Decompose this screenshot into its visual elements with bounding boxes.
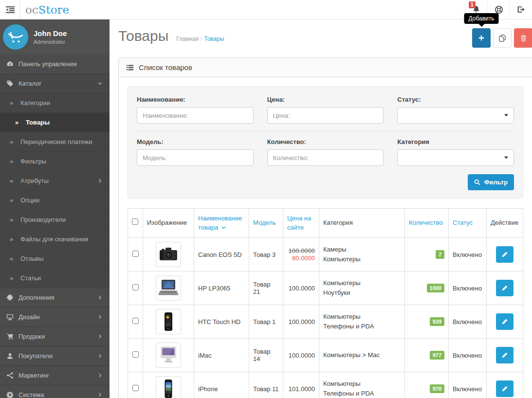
- chevron-down-icon: [221, 225, 226, 230]
- filter-name-input[interactable]: [137, 107, 254, 124]
- user-profile: John Doe Administrator: [0, 19, 110, 54]
- edit-product-button[interactable]: [496, 347, 514, 363]
- sidebar-item-recurring-payments[interactable]: »Периодические платежи: [0, 132, 110, 152]
- sidebar-item-dashboard[interactable]: Панель управления: [0, 54, 110, 74]
- chevron-right-icon: [97, 373, 103, 378]
- add-tooltip: Добавить: [464, 13, 498, 24]
- row-checkbox[interactable]: [132, 251, 139, 257]
- edit-product-button[interactable]: [496, 246, 514, 263]
- column-category: Категория: [319, 209, 405, 238]
- page-actions: Добавить: [472, 28, 532, 48]
- edit-product-button[interactable]: [496, 380, 514, 397]
- panel-heading: Список товаров: [119, 58, 532, 77]
- price: 100.0000: [289, 352, 315, 359]
- sidebar-item-sales[interactable]: Продажи: [0, 327, 110, 346]
- phone-htc-thumbnail: [156, 309, 181, 334]
- column-name-label: Наименование товара: [198, 215, 242, 231]
- profile-name: John Doe: [34, 29, 67, 38]
- column-quantity-sort[interactable]: Количество: [405, 209, 449, 238]
- monitor-icon: [6, 313, 14, 321]
- row-checkbox[interactable]: [132, 351, 139, 358]
- breadcrumb-current[interactable]: Товары: [204, 36, 224, 42]
- add-product-button[interactable]: [472, 28, 491, 48]
- sidebar-item-system[interactable]: Система: [0, 385, 110, 398]
- product-name: HTC Touch HD: [198, 318, 240, 326]
- table-header-row: Изображение Наименование товара Модель Ц…: [128, 209, 523, 238]
- page-header: Товары Главная/Товары Добавить: [118, 19, 532, 57]
- copy-product-button[interactable]: [493, 28, 512, 48]
- sidebar-item-attributes[interactable]: »Атрибуты: [0, 171, 110, 191]
- plus-icon: [478, 35, 485, 41]
- filter-quantity-input[interactable]: [267, 149, 384, 166]
- sidebar-item-marketing[interactable]: Маркетинг: [0, 366, 110, 385]
- share-icon: [6, 372, 14, 379]
- sidebar-item-label: Атрибуты: [20, 177, 49, 184]
- sidebar-item-articles[interactable]: »Статьи: [0, 269, 110, 288]
- sidebar-item-catalog[interactable]: Каталог: [0, 74, 110, 93]
- filter-category-select[interactable]: [397, 149, 514, 166]
- column-action: Действие: [487, 209, 523, 238]
- filter-button-label: Фильтр: [484, 179, 508, 186]
- caret-down-icon: [504, 157, 508, 159]
- delete-product-button[interactable]: [514, 28, 532, 48]
- sidebar-item-label: Отзывы: [20, 255, 44, 262]
- sidebar-item-reviews[interactable]: »Отзывы: [0, 249, 110, 269]
- sidebar-item-label: Продажи: [18, 333, 45, 340]
- select-all-checkbox[interactable]: [132, 218, 138, 225]
- table-row: HP LP3065Товар 21100.0000КомпьютерыНоутб…: [128, 271, 523, 305]
- avatar: [3, 24, 28, 50]
- quantity-badge: 1000: [427, 284, 444, 292]
- column-status-sort[interactable]: Статус: [449, 209, 487, 238]
- filter-button[interactable]: Фильтр: [468, 174, 514, 190]
- filter-price-label: Цена:: [267, 96, 384, 103]
- edit-product-button[interactable]: [496, 313, 514, 330]
- breadcrumb: Главная/Товары: [176, 36, 224, 42]
- edit-product-button[interactable]: [496, 280, 514, 296]
- filter-model-input[interactable]: [137, 149, 254, 166]
- sidebar-item-design[interactable]: Дизайн: [0, 308, 110, 327]
- user-icon: [6, 352, 14, 360]
- sidebar-item-manufacturers[interactable]: »Производители: [0, 210, 110, 230]
- imac-thumbnail: [156, 343, 181, 368]
- caret-down-icon: [504, 114, 508, 117]
- chevron-right-icon: [97, 353, 103, 359]
- filter-quantity-group: Количество:: [267, 138, 384, 166]
- breadcrumb-home[interactable]: Главная: [176, 36, 199, 42]
- pencil-icon: [501, 251, 508, 258]
- filter-price-group: Цена:: [267, 96, 384, 124]
- sidebar-item-label: Периодические платежи: [20, 138, 92, 145]
- row-checkbox[interactable]: [132, 284, 139, 290]
- column-name-sort[interactable]: Наименование товара: [194, 209, 249, 238]
- column-image: Изображение: [143, 209, 194, 238]
- sidebar-item-products[interactable]: »Товары: [0, 113, 110, 132]
- ocstore-logo[interactable]: ocStore: [20, 0, 74, 19]
- cart-icon: [5, 26, 26, 48]
- row-checkbox[interactable]: [132, 385, 139, 391]
- filter-divider: [137, 131, 514, 131]
- filter-status-select[interactable]: [397, 107, 514, 124]
- column-model-sort[interactable]: Модель: [249, 209, 283, 238]
- column-price-sort[interactable]: Цена на сайте: [283, 209, 319, 238]
- filter-quantity-label: Количество:: [267, 138, 384, 145]
- sidebar-item-customers[interactable]: Покупатели: [0, 346, 110, 366]
- sidebar-item-filters[interactable]: »Фильтры: [0, 152, 110, 171]
- sidebar-item-label: Файлы для скачивания: [20, 235, 89, 243]
- double-angle-right-icon: »: [10, 99, 16, 107]
- sidebar-item-label: Производители: [20, 216, 66, 223]
- trash-icon: [520, 35, 527, 42]
- sidebar-item-categories[interactable]: »Категории: [0, 93, 110, 113]
- double-angle-right-icon: »: [10, 177, 16, 184]
- sidebar-toggle-button[interactable]: [0, 0, 20, 19]
- sidebar-item-options[interactable]: »Опции: [0, 191, 110, 210]
- cart-icon: [6, 333, 14, 340]
- sidebar-item-extensions[interactable]: Дополнения: [0, 288, 110, 308]
- logout-button[interactable]: [510, 0, 532, 19]
- row-checkbox[interactable]: [132, 318, 139, 324]
- sidebar-item-downloads[interactable]: »Файлы для скачивания: [0, 230, 110, 249]
- quantity-badge: 7: [436, 250, 444, 259]
- category: Компьютеры: [323, 312, 401, 322]
- page-title: Товары: [118, 28, 168, 44]
- panel-body: Наименование: Цена: Статус:: [119, 77, 532, 398]
- filter-price-input[interactable]: [267, 107, 384, 124]
- category: Ноутбуки: [323, 288, 401, 298]
